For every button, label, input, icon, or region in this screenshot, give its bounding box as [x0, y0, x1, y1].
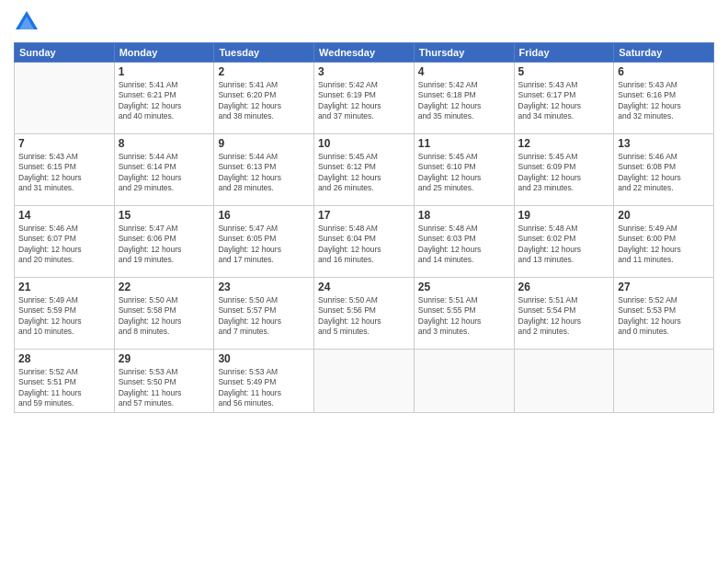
day-cell: 5Sunrise: 5:43 AM Sunset: 6:17 PM Daylig…	[514, 63, 614, 134]
day-cell: 29Sunrise: 5:53 AM Sunset: 5:50 PM Dayli…	[114, 350, 214, 413]
day-number: 14	[18, 209, 110, 222]
day-info: Sunrise: 5:48 AM Sunset: 6:03 PM Dayligh…	[418, 224, 510, 266]
day-info: Sunrise: 5:51 AM Sunset: 5:55 PM Dayligh…	[418, 295, 510, 338]
day-cell: 16Sunrise: 5:47 AM Sunset: 6:05 PM Dayli…	[214, 206, 314, 278]
day-info: Sunrise: 5:42 AM Sunset: 6:19 PM Dayligh…	[318, 80, 410, 122]
logo	[14, 9, 45, 35]
day-info: Sunrise: 5:46 AM Sunset: 6:08 PM Dayligh…	[618, 152, 710, 194]
week-row-2: 14Sunrise: 5:46 AM Sunset: 6:07 PM Dayli…	[15, 206, 714, 278]
day-number: 7	[18, 137, 110, 150]
day-number: 15	[119, 209, 210, 222]
day-number: 11	[418, 137, 510, 150]
day-cell: 6Sunrise: 5:43 AM Sunset: 6:16 PM Daylig…	[614, 63, 714, 134]
day-info: Sunrise: 5:48 AM Sunset: 6:04 PM Dayligh…	[318, 224, 410, 266]
day-info: Sunrise: 5:50 AM Sunset: 5:57 PM Dayligh…	[218, 295, 310, 338]
day-info: Sunrise: 5:43 AM Sunset: 6:15 PM Dayligh…	[18, 152, 110, 194]
day-cell: 4Sunrise: 5:42 AM Sunset: 6:18 PM Daylig…	[414, 63, 514, 134]
day-info: Sunrise: 5:53 AM Sunset: 5:49 PM Dayligh…	[218, 367, 310, 409]
day-info: Sunrise: 5:47 AM Sunset: 6:05 PM Dayligh…	[218, 224, 310, 266]
day-number: 1	[119, 65, 210, 78]
day-number: 4	[418, 65, 510, 78]
day-info: Sunrise: 5:50 AM Sunset: 5:58 PM Dayligh…	[119, 295, 210, 338]
day-number: 18	[418, 209, 510, 222]
day-info: Sunrise: 5:46 AM Sunset: 6:07 PM Dayligh…	[18, 224, 110, 266]
day-cell: 30Sunrise: 5:53 AM Sunset: 5:49 PM Dayli…	[214, 350, 314, 413]
day-cell: 1Sunrise: 5:41 AM Sunset: 6:21 PM Daylig…	[114, 63, 214, 134]
day-info: Sunrise: 5:49 AM Sunset: 5:59 PM Dayligh…	[18, 295, 110, 338]
day-number: 25	[418, 281, 510, 293]
col-header-wednesday: Wednesday	[314, 43, 415, 63]
day-cell: 18Sunrise: 5:48 AM Sunset: 6:03 PM Dayli…	[414, 206, 514, 278]
day-number: 2	[218, 65, 310, 78]
day-info: Sunrise: 5:48 AM Sunset: 6:02 PM Dayligh…	[518, 224, 610, 266]
day-cell	[15, 63, 115, 134]
day-number: 30	[218, 352, 310, 365]
day-info: Sunrise: 5:45 AM Sunset: 6:09 PM Dayligh…	[518, 152, 610, 194]
col-header-sunday: Sunday	[15, 43, 115, 63]
day-info: Sunrise: 5:45 AM Sunset: 6:10 PM Dayligh…	[418, 152, 510, 194]
day-number: 9	[218, 137, 310, 150]
col-header-tuesday: Tuesday	[214, 43, 314, 63]
day-cell: 14Sunrise: 5:46 AM Sunset: 6:07 PM Dayli…	[15, 206, 115, 278]
day-cell: 21Sunrise: 5:49 AM Sunset: 5:59 PM Dayli…	[15, 278, 115, 350]
day-cell: 27Sunrise: 5:52 AM Sunset: 5:53 PM Dayli…	[614, 278, 714, 350]
calendar-table: SundayMondayTuesdayWednesdayThursdayFrid…	[14, 42, 714, 413]
calendar-page: SundayMondayTuesdayWednesdayThursdayFrid…	[0, 0, 728, 563]
day-cell: 23Sunrise: 5:50 AM Sunset: 5:57 PM Dayli…	[214, 278, 314, 350]
day-info: Sunrise: 5:52 AM Sunset: 5:51 PM Dayligh…	[18, 367, 110, 409]
col-header-thursday: Thursday	[414, 43, 514, 63]
day-number: 22	[119, 281, 210, 293]
day-number: 27	[618, 281, 710, 293]
day-cell: 13Sunrise: 5:46 AM Sunset: 6:08 PM Dayli…	[614, 134, 714, 206]
day-cell: 3Sunrise: 5:42 AM Sunset: 6:19 PM Daylig…	[314, 63, 415, 134]
day-number: 3	[318, 65, 410, 78]
day-cell: 19Sunrise: 5:48 AM Sunset: 6:02 PM Dayli…	[514, 206, 614, 278]
day-number: 26	[518, 281, 610, 293]
col-header-saturday: Saturday	[614, 43, 714, 63]
day-number: 29	[119, 352, 210, 365]
day-info: Sunrise: 5:47 AM Sunset: 6:06 PM Dayligh…	[119, 224, 210, 266]
day-cell: 25Sunrise: 5:51 AM Sunset: 5:55 PM Dayli…	[414, 278, 514, 350]
day-cell: 20Sunrise: 5:49 AM Sunset: 6:00 PM Dayli…	[614, 206, 714, 278]
day-number: 6	[618, 65, 710, 78]
day-number: 23	[218, 281, 310, 293]
header	[14, 9, 714, 35]
day-number: 24	[318, 281, 410, 293]
col-header-friday: Friday	[514, 43, 614, 63]
day-cell: 10Sunrise: 5:45 AM Sunset: 6:12 PM Dayli…	[314, 134, 415, 206]
day-info: Sunrise: 5:42 AM Sunset: 6:18 PM Dayligh…	[418, 80, 510, 122]
day-cell: 17Sunrise: 5:48 AM Sunset: 6:04 PM Dayli…	[314, 206, 415, 278]
day-number: 20	[618, 209, 710, 222]
logo-icon	[14, 9, 40, 35]
day-cell: 22Sunrise: 5:50 AM Sunset: 5:58 PM Dayli…	[114, 278, 214, 350]
day-cell: 9Sunrise: 5:44 AM Sunset: 6:13 PM Daylig…	[214, 134, 314, 206]
day-info: Sunrise: 5:44 AM Sunset: 6:13 PM Dayligh…	[218, 152, 310, 194]
day-info: Sunrise: 5:41 AM Sunset: 6:20 PM Dayligh…	[218, 80, 310, 122]
day-number: 21	[18, 281, 110, 293]
week-row-3: 21Sunrise: 5:49 AM Sunset: 5:59 PM Dayli…	[15, 278, 714, 350]
day-number: 8	[119, 137, 210, 150]
day-number: 28	[18, 352, 110, 365]
day-cell: 24Sunrise: 5:50 AM Sunset: 5:56 PM Dayli…	[314, 278, 415, 350]
header-row: SundayMondayTuesdayWednesdayThursdayFrid…	[15, 43, 714, 63]
day-number: 10	[318, 137, 410, 150]
day-cell: 11Sunrise: 5:45 AM Sunset: 6:10 PM Dayli…	[414, 134, 514, 206]
day-cell	[314, 350, 415, 413]
day-number: 5	[518, 65, 610, 78]
day-info: Sunrise: 5:53 AM Sunset: 5:50 PM Dayligh…	[119, 367, 210, 409]
day-info: Sunrise: 5:41 AM Sunset: 6:21 PM Dayligh…	[119, 80, 210, 122]
day-info: Sunrise: 5:50 AM Sunset: 5:56 PM Dayligh…	[318, 295, 410, 338]
week-row-0: 1Sunrise: 5:41 AM Sunset: 6:21 PM Daylig…	[15, 63, 714, 134]
day-cell: 7Sunrise: 5:43 AM Sunset: 6:15 PM Daylig…	[15, 134, 115, 206]
day-cell: 26Sunrise: 5:51 AM Sunset: 5:54 PM Dayli…	[514, 278, 614, 350]
day-cell: 12Sunrise: 5:45 AM Sunset: 6:09 PM Dayli…	[514, 134, 614, 206]
day-info: Sunrise: 5:52 AM Sunset: 5:53 PM Dayligh…	[618, 295, 710, 338]
day-number: 16	[218, 209, 310, 222]
week-row-1: 7Sunrise: 5:43 AM Sunset: 6:15 PM Daylig…	[15, 134, 714, 206]
day-info: Sunrise: 5:44 AM Sunset: 6:14 PM Dayligh…	[119, 152, 210, 194]
day-number: 13	[618, 137, 710, 150]
day-info: Sunrise: 5:51 AM Sunset: 5:54 PM Dayligh…	[518, 295, 610, 338]
day-info: Sunrise: 5:43 AM Sunset: 6:17 PM Dayligh…	[518, 80, 610, 122]
day-info: Sunrise: 5:45 AM Sunset: 6:12 PM Dayligh…	[318, 152, 410, 194]
day-number: 19	[518, 209, 610, 222]
